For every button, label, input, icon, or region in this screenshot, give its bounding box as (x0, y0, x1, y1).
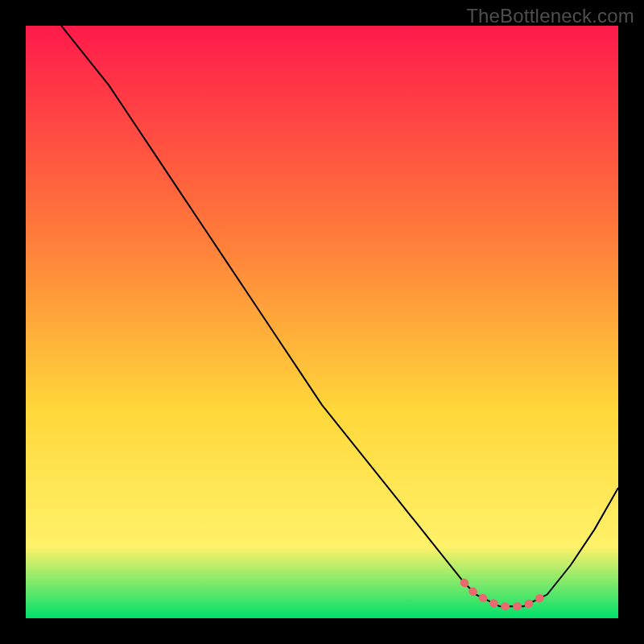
chart-frame: TheBottleneck.com (0, 0, 644, 644)
chart-background (26, 26, 618, 618)
bottleneck-chart (26, 26, 618, 618)
chart-svg (26, 26, 618, 618)
watermark-text: TheBottleneck.com (466, 5, 634, 27)
